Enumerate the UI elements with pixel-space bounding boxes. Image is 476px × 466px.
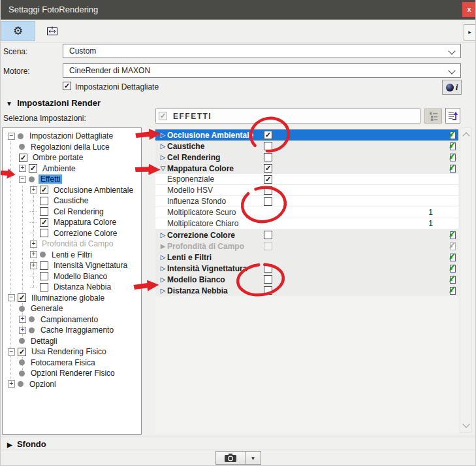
effects-row-modello-bianco[interactable]: ▷Modello Bianco (155, 274, 458, 285)
triangle-down-icon[interactable]: ▽ (159, 165, 167, 172)
triangle-right-icon[interactable]: ▷ (159, 265, 167, 272)
tree-item-cel-rendering[interactable]: Cel Rendering (3, 207, 141, 218)
scroll-up-icon[interactable] (462, 132, 469, 139)
tree-item-regolazioni-della-luce[interactable]: Regolazioni della Luce (3, 142, 141, 153)
tree-label[interactable]: Occlusione Ambientale (52, 186, 135, 195)
tree-item-cache-irraggiamento[interactable]: +Cache Irraggiamento (3, 325, 141, 336)
tree-label[interactable]: Impostazioni Dettagliate (27, 131, 115, 141)
tree-label[interactable]: Caustiche (52, 196, 90, 205)
tree-item-ambiente[interactable]: +✓Ambiente (3, 163, 141, 175)
tree-label[interactable]: Correzione Colore (52, 229, 119, 238)
row-checkbox-distanza-nebbia[interactable] (264, 286, 272, 295)
row-checkbox-modello-bianco[interactable] (264, 275, 272, 284)
scroll-down-icon[interactable] (462, 420, 469, 427)
row-checkbox-profondit-di-campo[interactable] (264, 242, 272, 250)
tree-item-caustiche[interactable]: Caustiche (3, 195, 141, 207)
triangle-right-icon[interactable]: ▷ (159, 154, 167, 161)
tab-image-size[interactable] (35, 21, 70, 41)
collapse-icon[interactable]: − (8, 348, 15, 356)
tree-item-intensit-vignettatura[interactable]: +Intensità Vignettatura (3, 260, 141, 271)
triangle-right-icon[interactable]: ▷ (159, 276, 167, 283)
tree-checkbox-correzione-colore[interactable] (40, 229, 48, 237)
camera-dropdown-button[interactable]: ▼ (246, 451, 261, 465)
expand-icon[interactable]: + (30, 241, 37, 248)
row-value-moltiplicatore-chiaro[interactable]: 1 (404, 219, 433, 228)
tree-item-modello-bianco[interactable]: Modello Bianco (3, 271, 141, 282)
tree-label[interactable]: Modello Bianco (52, 272, 109, 281)
effects-row-intensit-vignettatura[interactable]: ▷Intensità Vignettatura (155, 263, 458, 274)
transfer-settings-icon[interactable] (448, 286, 456, 298)
collapse-icon[interactable]: − (8, 133, 15, 140)
tree-item-mappatura-colore[interactable]: ✓Mappatura Colore (3, 217, 141, 228)
tree-item-distanza-nebbia[interactable]: Distanza Nebbia (3, 282, 141, 293)
collapse-icon[interactable]: − (19, 176, 26, 183)
tree-label[interactable]: Distanza Nebbia (52, 282, 113, 291)
tree-item-ombre-portate[interactable]: ✓Ombre portate (3, 152, 141, 163)
row-checkbox-esponenziale[interactable]: ✓ (264, 175, 272, 184)
motore-select[interactable]: CineRender di MAXON (63, 63, 461, 78)
toolbar-overflow-button[interactable]: ▸ (464, 24, 476, 41)
tree-label[interactable]: Campionamento (39, 315, 100, 324)
expand-icon[interactable]: + (30, 251, 37, 258)
scena-select[interactable]: Custom (63, 44, 461, 58)
tree-checkbox-ambiente[interactable]: ✓ (29, 164, 37, 173)
cinerender-info-button[interactable]: i (442, 80, 462, 95)
impostazioni-render-section[interactable]: ▼ Impostazioni Render (6, 98, 101, 108)
tree-item-lenti-e-filtri[interactable]: +Lenti e Filtri (3, 250, 141, 261)
effects-row-correzione-colore[interactable]: ▷Correzione Colore (155, 229, 458, 241)
row-checkbox-mappatura-colore[interactable]: ✓ (264, 164, 272, 173)
tree-label[interactable]: Illuminazione globale (29, 293, 106, 303)
row-checkbox-modello-hsv[interactable] (264, 186, 272, 195)
tree-item-campionamento[interactable]: +Campionamento (3, 314, 141, 325)
tree-label[interactable]: Dettagli (29, 337, 59, 346)
title-bar[interactable]: Settaggi FotoRendering x (1, 0, 476, 20)
effects-header-field[interactable]: ✓ EFFETTI (155, 108, 420, 124)
expand-icon[interactable]: + (8, 380, 15, 388)
collapse-icon[interactable]: − (8, 294, 15, 301)
effects-row-modello-hsv[interactable]: Modello HSV (155, 185, 458, 196)
effects-row-lenti-e-filtri[interactable]: ▷Lenti e Filtri (155, 252, 458, 263)
list-view-button[interactable] (424, 108, 442, 124)
row-checkbox-occlusione-ambientale[interactable]: ✓ (264, 131, 272, 139)
tree-label[interactable]: Lenti e Filtri (50, 250, 94, 259)
tree-item-illuminazione-globale[interactable]: −✓Illuminazione globale (3, 293, 141, 304)
triangle-right-icon[interactable]: ▶ (159, 242, 167, 250)
tree-item-opzioni[interactable]: +Opzioni (3, 379, 141, 390)
tree-item-opzioni-renderer-fisico[interactable]: Opzioni Renderer Fisico (3, 368, 141, 379)
tree-item-occlusione-ambientale[interactable]: +✓Occlusione Ambientale (3, 185, 141, 196)
effects-row-influenza-sfondo[interactable]: Influenza Sfondo (155, 196, 458, 207)
tree-checkbox-intensit-vignettatura[interactable] (40, 261, 48, 270)
detailed-settings-checkbox[interactable]: ✓ (63, 82, 71, 90)
tree-label[interactable]: Opzioni Renderer Fisico (29, 369, 117, 378)
tree-label[interactable]: Cel Rendering (52, 207, 106, 216)
sfondo-section[interactable]: ▶ Sfondo (1, 437, 476, 450)
tree-label[interactable]: Regolazioni della Luce (29, 142, 112, 152)
tree-checkbox-ombre-portate[interactable]: ✓ (19, 154, 27, 162)
tree-item-correzione-colore[interactable]: Correzione Colore (3, 228, 141, 239)
camera-render-button[interactable] (215, 451, 246, 465)
tree-label[interactable]: Cache Irraggiamento (39, 325, 116, 335)
effects-row-moltiplicatore-scuro[interactable]: Moltiplicatore Scuro1 (155, 207, 458, 218)
effects-row-mappatura-colore[interactable]: ▽Mappatura Colore✓ (155, 163, 458, 174)
row-checkbox-correzione-colore[interactable] (264, 231, 272, 239)
tree-label[interactable]: Generale (29, 304, 65, 313)
expand-icon[interactable]: + (19, 316, 26, 323)
edit-settings-button[interactable] (445, 108, 460, 124)
tree-label[interactable]: Opzioni (27, 380, 58, 389)
tree-label[interactable]: Fotocamera Fisica (29, 358, 97, 367)
effects-row-distanza-nebbia[interactable]: ▷Distanza Nebbia (155, 285, 458, 296)
tab-render-settings[interactable]: ⚙ (1, 21, 35, 41)
triangle-right-icon[interactable]: ▷ (159, 287, 167, 294)
row-checkbox-intensit-vignettatura[interactable] (264, 264, 272, 273)
tree-label[interactable]: Effetti (39, 175, 62, 184)
tree-item-usa-rendering-fisico[interactable]: −✓Usa Rendering Fisico (3, 346, 141, 358)
triangle-right-icon[interactable]: ▷ (159, 131, 167, 139)
expand-icon[interactable]: + (19, 327, 26, 334)
tree-label[interactable]: Ambiente (40, 164, 78, 173)
tree-label[interactable]: Mappatura Colore (52, 218, 118, 227)
tree-checkbox-illuminazione-globale[interactable]: ✓ (18, 293, 26, 302)
effects-row-esponenziale[interactable]: Esponenziale✓ (155, 174, 458, 185)
triangle-right-icon[interactable]: ▷ (159, 142, 167, 150)
tree-item-generale[interactable]: Generale (3, 303, 141, 314)
tree-label[interactable]: Ombre portate (31, 153, 85, 162)
